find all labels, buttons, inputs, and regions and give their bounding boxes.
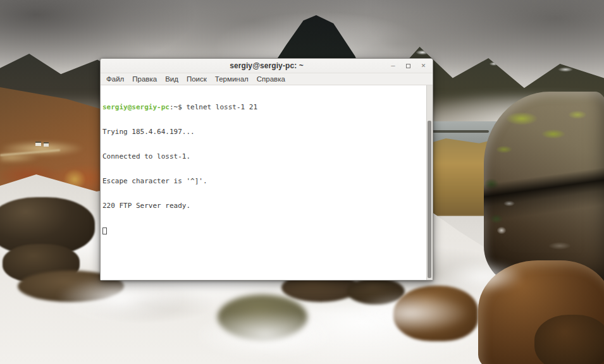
wallpaper-boulder bbox=[393, 286, 478, 341]
prompt-user-host: sergiy@sergiy-pc bbox=[102, 103, 169, 111]
terminal-scrollbar[interactable] bbox=[426, 85, 433, 280]
terminal-output-line: 220 FTP Server ready. bbox=[102, 202, 426, 210]
menu-search[interactable]: Поиск bbox=[187, 75, 207, 83]
wallpaper-cottage bbox=[35, 142, 41, 146]
scrollbar-thumb[interactable] bbox=[428, 121, 431, 278]
wallpaper-big-mossy-rock bbox=[484, 92, 604, 284]
menu-terminal[interactable]: Терминал bbox=[215, 75, 249, 83]
menu-file[interactable]: Файл bbox=[106, 75, 124, 83]
wallpaper-rock bbox=[347, 278, 405, 305]
minimize-button[interactable]: ─ bbox=[390, 61, 397, 70]
menu-view[interactable]: Вид bbox=[165, 75, 178, 83]
menu-edit[interactable]: Правка bbox=[132, 75, 157, 83]
prompt-path-suffix: :~$ bbox=[169, 103, 187, 111]
terminal-output-line: Trying 185.4.64.197... bbox=[102, 128, 426, 136]
wallpaper-boulder bbox=[534, 315, 604, 364]
terminal-cursor-line bbox=[102, 226, 426, 234]
terminal-window: sergiy@sergiy-pc: ~ ─ ✕ Файл Правка Вид … bbox=[100, 58, 433, 281]
terminal-prompt-line: sergiy@sergiy-pc:~$ telnet losst-1 21 bbox=[102, 103, 426, 111]
terminal-screen[interactable]: sergiy@sergiy-pc:~$ telnet losst-1 21 Tr… bbox=[101, 85, 426, 280]
window-title: sergiy@sergiy-pc: ~ bbox=[230, 61, 304, 70]
maximize-button[interactable] bbox=[405, 61, 412, 70]
wallpaper-rock-crevice bbox=[484, 92, 604, 284]
close-button[interactable]: ✕ bbox=[420, 61, 427, 70]
menu-help[interactable]: Справка bbox=[257, 75, 285, 83]
wallpaper-blurred-rock bbox=[218, 294, 307, 340]
window-body: sergiy@sergiy-pc:~$ telnet losst-1 21 Tr… bbox=[101, 85, 433, 280]
prompt-command: telnet losst-1 21 bbox=[186, 103, 257, 111]
close-icon: ✕ bbox=[421, 63, 426, 69]
maximize-icon bbox=[406, 64, 410, 68]
minimize-icon: ─ bbox=[391, 63, 395, 69]
window-controls: ─ ✕ bbox=[390, 59, 427, 73]
terminal-output-line: Connected to losst-1. bbox=[102, 152, 426, 161]
terminal-cursor bbox=[102, 228, 107, 234]
menu-bar: Файл Правка Вид Поиск Терминал Справка bbox=[101, 73, 433, 85]
window-titlebar[interactable]: sergiy@sergiy-pc: ~ ─ ✕ bbox=[101, 59, 433, 73]
desktop[interactable]: sergiy@sergiy-pc: ~ ─ ✕ Файл Правка Вид … bbox=[0, 0, 604, 364]
terminal-output-line: Escape character is '^]'. bbox=[102, 177, 426, 185]
wallpaper-cottage bbox=[44, 142, 49, 147]
